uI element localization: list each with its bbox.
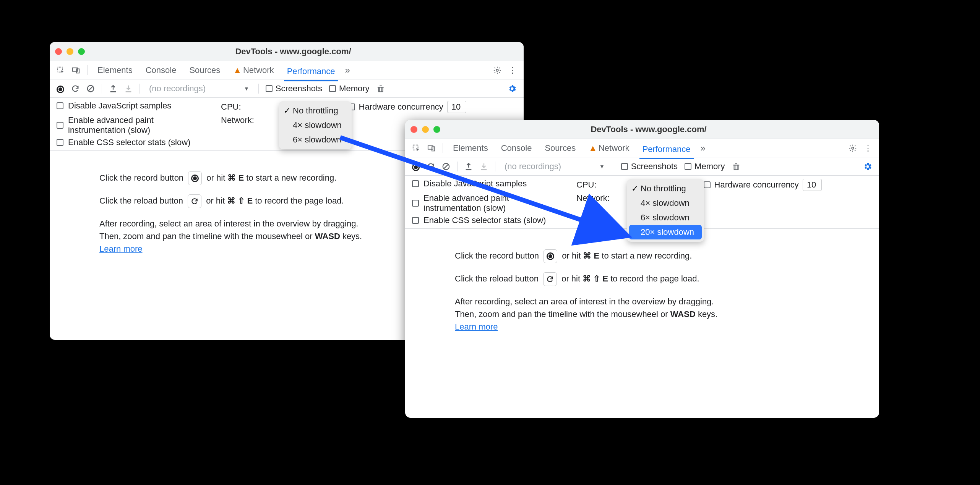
perf-toolbar: (no recordings) ▼ Screenshots Memory — [50, 79, 524, 98]
tab-elements[interactable]: Elements — [94, 63, 136, 78]
titlebar: DevTools - www.google.com/ — [50, 42, 524, 61]
warning-icon: ▲ — [233, 65, 242, 75]
network-label: Network: — [576, 193, 610, 203]
css-stats-checkbox[interactable] — [57, 139, 63, 146]
hw-concurrency-label: Hardware concurrency — [359, 102, 443, 112]
divider — [457, 162, 458, 171]
device-icon[interactable] — [72, 66, 80, 74]
svg-point-3 — [496, 69, 498, 71]
tab-network[interactable]: ▲Network — [230, 63, 277, 78]
divider — [495, 162, 495, 171]
reload-button[interactable] — [188, 194, 201, 208]
cpu-throttle-dropdown-after[interactable]: No throttling 4× slowdown 6× slowdown 20… — [627, 179, 704, 242]
option-20x[interactable]: 20× slowdown — [629, 225, 702, 239]
divider — [102, 84, 102, 94]
capture-settings-icon[interactable] — [863, 162, 872, 171]
recordings-select-value: (no recordings) — [505, 162, 561, 171]
svg-rect-6 — [378, 87, 383, 92]
kebab-icon[interactable]: ⋮ — [508, 65, 517, 75]
screenshots-checkbox[interactable]: Screenshots — [621, 162, 678, 171]
learn-more-link[interactable]: Learn more — [455, 322, 498, 331]
record-button[interactable] — [188, 171, 202, 185]
devtools-window-after: DevTools - www.google.com/ Elements Cons… — [405, 120, 879, 418]
cpu-label: CPU: — [221, 102, 241, 112]
network-label: Network: — [221, 115, 254, 125]
divider — [140, 84, 140, 94]
hw-concurrency-value[interactable]: 10 — [447, 101, 466, 113]
more-tabs-icon[interactable]: » — [345, 65, 350, 76]
svg-line-5 — [88, 86, 93, 91]
clear-icon[interactable] — [442, 162, 450, 171]
svg-rect-2 — [76, 69, 79, 73]
reload-icon[interactable] — [71, 84, 80, 93]
gc-icon[interactable] — [376, 84, 385, 93]
learn-more-link[interactable]: Learn more — [99, 244, 143, 254]
memory-checkbox[interactable]: Memory — [685, 162, 725, 171]
hw-concurrency-value[interactable]: 10 — [803, 179, 822, 191]
panel-tabs: Elements Console Sources ▲Network Perfor… — [50, 61, 524, 79]
disable-js-checkbox[interactable] — [412, 180, 419, 187]
tab-sources[interactable]: Sources — [542, 141, 579, 155]
adv-paint-checkbox[interactable] — [57, 122, 63, 129]
cpu-throttle-dropdown-before[interactable]: No throttling 4× slowdown 6× slowdown — [279, 101, 352, 149]
instructions: Click the record button or hit ⌘ E to st… — [405, 229, 879, 354]
titlebar: DevTools - www.google.com/ — [405, 120, 879, 139]
option-4x[interactable]: 4× slowdown — [627, 196, 704, 210]
upload-icon[interactable] — [464, 162, 473, 171]
close-icon[interactable] — [55, 48, 62, 55]
capture-settings-icon[interactable] — [508, 84, 517, 93]
tab-performance[interactable]: Performance — [639, 142, 694, 159]
option-no-throttling[interactable]: No throttling — [279, 103, 352, 118]
tab-console[interactable]: Console — [498, 141, 535, 155]
svg-line-12 — [444, 164, 449, 169]
device-icon[interactable] — [427, 144, 436, 152]
memory-checkbox[interactable]: Memory — [329, 84, 369, 94]
adv-paint-checkbox[interactable] — [412, 200, 419, 207]
css-stats-checkbox[interactable] — [412, 217, 419, 224]
record-button[interactable] — [544, 249, 557, 263]
more-tabs-icon[interactable]: » — [701, 143, 706, 154]
hw-concurrency-label: Hardware concurrency — [714, 180, 799, 190]
perf-toolbar: (no recordings) ▼ Screenshots Memory — [405, 157, 879, 176]
gc-icon[interactable] — [732, 162, 740, 171]
close-icon[interactable] — [410, 126, 417, 133]
svg-point-10 — [852, 147, 854, 149]
upload-icon[interactable] — [109, 84, 117, 93]
download-icon[interactable] — [480, 162, 488, 171]
chevron-down-icon: ▼ — [244, 86, 249, 92]
kebab-icon[interactable]: ⋮ — [864, 143, 872, 153]
screenshots-checkbox[interactable]: Screenshots — [266, 84, 322, 94]
clear-icon[interactable] — [86, 84, 95, 93]
gear-icon[interactable] — [493, 66, 501, 74]
tab-network[interactable]: ▲Network — [586, 141, 632, 155]
chevron-down-icon: ▼ — [599, 163, 605, 170]
tab-performance[interactable]: Performance — [284, 64, 338, 81]
record-icon[interactable] — [412, 162, 420, 171]
tab-console[interactable]: Console — [143, 63, 180, 78]
inspect-icon[interactable] — [57, 66, 65, 74]
download-icon[interactable] — [124, 84, 133, 93]
recordings-select-value: (no recordings) — [149, 84, 206, 94]
reload-icon[interactable] — [427, 162, 435, 171]
tab-sources[interactable]: Sources — [186, 63, 223, 78]
tab-elements[interactable]: Elements — [450, 141, 491, 155]
warning-icon: ▲ — [589, 143, 597, 153]
option-6x[interactable]: 6× slowdown — [279, 133, 352, 147]
svg-rect-13 — [734, 165, 738, 170]
window-title: DevTools - www.google.com/ — [68, 47, 518, 57]
disable-js-checkbox[interactable] — [57, 102, 63, 109]
recordings-select[interactable]: (no recordings) ▼ — [502, 161, 607, 172]
window-title: DevTools - www.google.com/ — [423, 124, 874, 134]
option-6x[interactable]: 6× slowdown — [627, 210, 704, 225]
divider — [614, 162, 614, 171]
option-4x[interactable]: 4× slowdown — [279, 118, 352, 133]
gear-icon[interactable] — [849, 144, 857, 152]
inspect-icon[interactable] — [412, 144, 420, 152]
hw-concurrency-checkbox[interactable] — [704, 181, 711, 188]
recordings-select[interactable]: (no recordings) ▼ — [147, 83, 251, 94]
divider — [87, 65, 88, 75]
option-no-throttling[interactable]: No throttling — [627, 181, 704, 196]
record-icon[interactable] — [57, 84, 64, 94]
reload-button[interactable] — [543, 272, 557, 286]
divider — [443, 143, 443, 153]
